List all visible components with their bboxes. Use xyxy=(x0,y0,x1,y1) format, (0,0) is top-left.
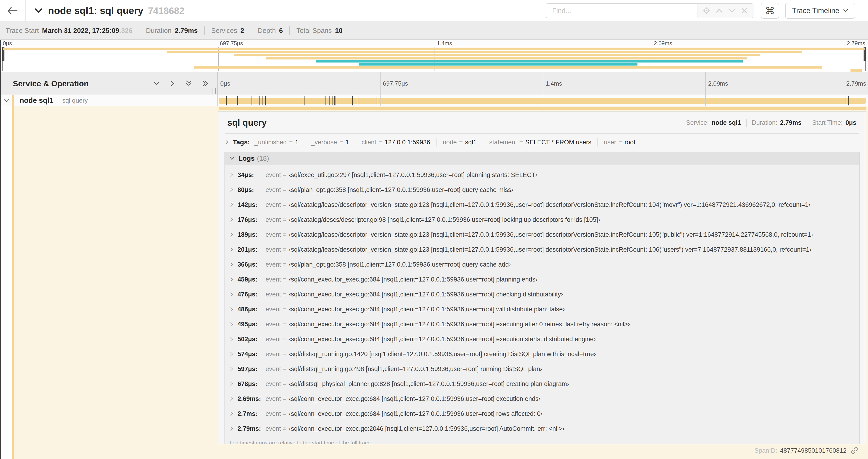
tag-item[interactable]: client=127.0.0.1:59936 xyxy=(349,138,430,146)
span-detail-header: sql query Service:node sql1Duration:2.79… xyxy=(218,112,866,133)
log-equals: = xyxy=(283,365,286,373)
chevron-right-icon xyxy=(229,217,234,223)
log-field-value: ‹sql/distsql_running.go:1420 [nsql1,clie… xyxy=(289,351,596,358)
span-row[interactable]: node sql1 sql query xyxy=(0,95,868,106)
find-clear-button[interactable] xyxy=(741,7,748,14)
double-chevron-right-icon xyxy=(202,80,209,87)
span-collapse-chevron-icon[interactable] xyxy=(4,98,10,103)
log-equals: = xyxy=(283,201,286,208)
log-timestamp: 502μs: xyxy=(238,336,266,343)
tag-equals: = xyxy=(289,139,293,146)
chevron-right-icon xyxy=(229,262,234,267)
log-row[interactable]: 2.79ms: event = ‹sql/conn_executor_exec.… xyxy=(225,421,859,436)
column-resizer-grip[interactable] xyxy=(213,88,216,94)
expand-all-button[interactable] xyxy=(202,80,209,87)
expand-one-button[interactable] xyxy=(170,80,176,87)
collapse-controls xyxy=(153,80,209,87)
log-marker-tick xyxy=(262,96,263,105)
find-prev-button[interactable] xyxy=(715,8,723,13)
log-row[interactable]: 597μs: event = ‹sql/distsql_running.go:4… xyxy=(225,362,859,376)
log-row[interactable]: 142μs: event = ‹sql/catalog/lease/descri… xyxy=(225,197,859,212)
timeline-gridline xyxy=(705,72,706,95)
find-input[interactable] xyxy=(546,3,697,18)
chevron-right-icon xyxy=(229,247,234,252)
summary-label: Total Spans xyxy=(296,27,332,35)
span-operation-name[interactable]: sql query xyxy=(62,97,88,104)
summary-value: 10 xyxy=(335,27,343,35)
log-marker-tick xyxy=(336,96,336,105)
log-row[interactable]: 459μs: event = ‹sql/conn_executor_exec.g… xyxy=(225,272,859,287)
locate-button[interactable] xyxy=(703,7,710,14)
log-row[interactable]: 574μs: event = ‹sql/distsql_running.go:1… xyxy=(225,347,859,362)
span-overview-item: Start Time:0μs xyxy=(802,119,856,127)
minimap-axis-tick: 2.09ms xyxy=(654,40,672,47)
back-button[interactable] xyxy=(0,0,26,22)
log-row[interactable]: 189μs: event = ‹sql/catalog/lease/descri… xyxy=(225,227,859,242)
log-field-key: event xyxy=(266,381,281,388)
log-row[interactable]: 80μs: event = ‹sql/plan_opt.go:358 [nsql… xyxy=(225,183,859,197)
logs-header[interactable]: Logs (18) xyxy=(225,152,859,165)
back-arrow-icon xyxy=(7,7,18,15)
keyboard-shortcuts-button[interactable]: ⌘ xyxy=(761,3,779,19)
chevron-right-icon xyxy=(229,426,234,431)
tags-row[interactable]: Tags: _unfinished=1_verbose=1client=127.… xyxy=(218,134,866,150)
tag-item[interactable]: _verbose=1 xyxy=(299,138,349,146)
log-row[interactable]: 366μs: event = ‹sql/plan_opt.go:358 [nsq… xyxy=(225,257,859,272)
span-id-value: 4877749850101760812 xyxy=(780,447,846,454)
chevron-right-icon xyxy=(224,139,229,145)
log-row[interactable]: 2.69ms: event = ‹sql/conn_executor_exec.… xyxy=(225,391,859,406)
minimap-span-bar xyxy=(3,47,865,50)
collapse-trace-chevron-icon[interactable] xyxy=(34,7,43,14)
span-detail-left-rail xyxy=(0,106,217,459)
log-field-key: event xyxy=(266,395,281,402)
minimap-axis-tick: 2.79ms xyxy=(847,40,865,47)
minimap-span-bar xyxy=(266,57,747,60)
collapse-all-button[interactable] xyxy=(185,80,192,87)
log-equals: = xyxy=(283,381,286,388)
log-field-key: event xyxy=(266,306,281,313)
log-row[interactable]: 2.7ms: event = ‹sql/conn_executor_exec.g… xyxy=(225,406,859,421)
log-row[interactable]: 495μs: event = ‹sql/conn_executor_exec.g… xyxy=(225,317,859,332)
tag-item[interactable]: _unfinished=1 xyxy=(254,139,299,146)
log-marker-tick xyxy=(334,96,335,105)
tag-item[interactable]: statement=SELECT * FROM users xyxy=(477,138,591,146)
minimap-axis-tick: 0μs xyxy=(3,40,12,47)
command-icon: ⌘ xyxy=(765,5,775,17)
double-chevron-down-icon xyxy=(185,80,192,87)
span-row-name-column[interactable]: node sql1 sql query xyxy=(0,95,217,106)
log-field-value: ‹sql/plan_opt.go:358 [nsql1,client=127.0… xyxy=(289,261,511,268)
tag-item[interactable]: user=root xyxy=(591,138,636,146)
collapse-one-button[interactable] xyxy=(153,81,160,86)
minimap-axis-tick: 697.75μs xyxy=(220,40,243,47)
find-next-button[interactable] xyxy=(728,8,736,13)
chevron-right-icon xyxy=(229,306,234,312)
chevron-down-icon xyxy=(728,8,736,13)
span-link-button[interactable] xyxy=(851,447,858,454)
log-field-value: ‹sql/catalog/lease/descriptor_version_st… xyxy=(289,231,813,238)
log-marker-tick xyxy=(265,96,266,105)
log-row[interactable]: 34μs: event = ‹sql/exec_util.go:2297 [ns… xyxy=(225,167,859,183)
span-row-timeline[interactable] xyxy=(217,95,868,106)
tag-item[interactable]: node=sql1 xyxy=(430,138,476,146)
logs-list: 34μs: event = ‹sql/exec_util.go:2297 [ns… xyxy=(225,165,859,444)
minimap-canvas[interactable] xyxy=(2,47,866,71)
tag-equals: = xyxy=(459,139,463,146)
log-field-key: event xyxy=(266,365,281,373)
log-row[interactable]: 678μs: event = ‹sql/distsql_physical_pla… xyxy=(225,376,859,391)
minimap-span-bar xyxy=(850,69,862,72)
log-row[interactable]: 476μs: event = ‹sql/conn_executor_exec.g… xyxy=(225,287,859,302)
log-row[interactable]: 176μs: event = ‹sql/catalog/descs/descri… xyxy=(225,212,859,227)
summary-item: Services2 xyxy=(198,26,244,35)
trace-view-selector[interactable]: Trace Timeline xyxy=(785,3,855,19)
log-timestamp: 597μs: xyxy=(238,365,266,373)
span-service-name[interactable]: node sql1 xyxy=(20,96,54,105)
log-field-key: event xyxy=(266,246,281,253)
span-duration-bar[interactable] xyxy=(219,98,866,104)
log-timestamp: 2.7ms: xyxy=(238,410,266,418)
log-field-value: ‹sql/conn_executor_exec.go:684 [nsql1,cl… xyxy=(289,321,630,328)
summary-label: Depth xyxy=(258,27,276,35)
timeline-gridline xyxy=(543,72,543,95)
log-row[interactable]: 486μs: event = ‹sql/conn_executor_exec.g… xyxy=(225,302,859,317)
log-row[interactable]: 201μs: event = ‹sql/catalog/lease/descri… xyxy=(225,242,859,257)
log-row[interactable]: 502μs: event = ‹sql/conn_executor_exec.g… xyxy=(225,332,859,347)
